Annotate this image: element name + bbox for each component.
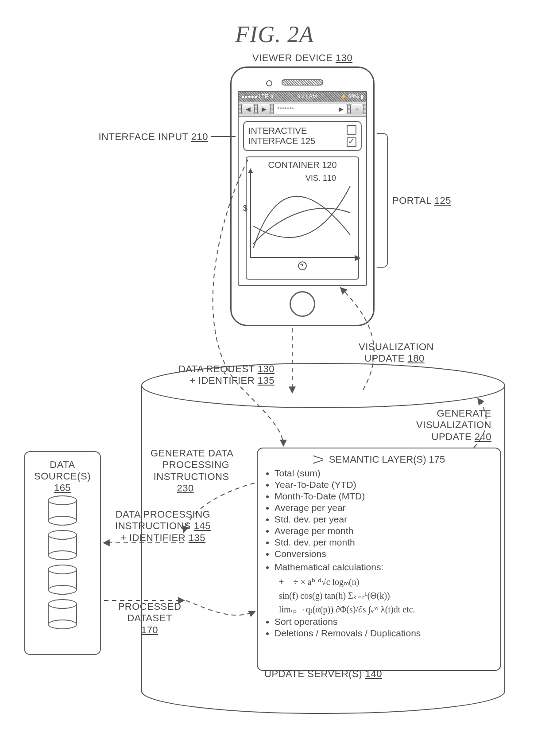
semantic-item: Sort operations (274, 616, 494, 627)
checkbox-checked-icon[interactable] (347, 137, 356, 147)
label-data-request: DATA REQUEST 130 + IDENTIFIER 135 (151, 363, 274, 387)
semantic-item: Average per month (274, 526, 494, 536)
menu-button[interactable]: ≡ (350, 104, 363, 114)
container-box: CONTAINER 120 ▲ ▶ $ VIS. 110 (246, 156, 359, 280)
label-generate-vis-update: GENERATE VISUALIZATION UPDATE 240 (390, 408, 491, 443)
database-icon (48, 500, 77, 521)
semantic-item: Year-To-Date (YTD) (274, 479, 494, 490)
patent-figure-diagram: FIG. 2A VIEWER DEVICE 130 INTERFACE INPU… (0, 0, 549, 756)
math-row: lim₍ₚ→q₎(α(p)) ∂Φ(s)/∂s ∫ᵥʷ λ(t)dt etc. (264, 603, 494, 616)
semantic-item: Deletions / Removals / Duplications (274, 628, 494, 639)
label-portal: PORTAL 125 (392, 195, 451, 207)
status-time: 9:41 AM (298, 94, 317, 100)
database-icon (48, 569, 77, 590)
math-row: + − ÷ × aᵇ ᵈ√c logₘ(n) (264, 575, 494, 589)
math-row: sin(f) cos(g) tan(h) Σₖ₌ᵣᴸ(Θ(k)) (264, 589, 494, 603)
semantic-item: Std. dev. per month (274, 537, 494, 548)
interactive-interface-box: INTERACTIVE INTERFACE 125 (243, 121, 362, 151)
phone-screen: ●●●●● LTE ⥣ 9:41 AM ⚡ 99% ▮ ◀ ▶ *******▶… (238, 91, 367, 286)
database-icon (48, 534, 77, 556)
status-bar: ●●●●● LTE ⥣ 9:41 AM ⚡ 99% ▮ (239, 92, 366, 101)
semantic-item: Conversions (274, 549, 494, 559)
semantic-item: Average per year (274, 503, 494, 513)
viewer-device-phone: ●●●●● LTE ⥣ 9:41 AM ⚡ 99% ▮ ◀ ▶ *******▶… (230, 66, 375, 326)
label-data-proc-instructions: DATA PROCESSING INSTRUCTIONS 145 + IDENT… (105, 509, 220, 544)
y-axis-label: $ (243, 204, 247, 213)
semantic-math-header: Mathematical calculations: (274, 562, 494, 573)
data-sources-box: DATA SOURCE(S) 165 (24, 451, 101, 655)
back-button[interactable]: ◀ (241, 104, 255, 114)
label-processed-dataset: PROCESSED DATASET 170 (105, 601, 194, 636)
semantic-item: Month-To-Date (MTD) (274, 491, 494, 502)
forward-button[interactable]: ▶ (257, 104, 271, 114)
semantic-tail-list: Sort operationsDeletions / Removals / Du… (274, 616, 494, 639)
home-button-icon (290, 291, 315, 317)
semantic-item: Std. dev. per year (274, 514, 494, 525)
label-visualization-update: VISUALIZATION UPDATE 180 (359, 341, 434, 365)
status-carrier: ●●●●● LTE ⥣ (241, 94, 274, 100)
visualization-chart: ▲ ▶ $ VIS. 110 (250, 173, 355, 258)
address-bar[interactable]: *******▶ (273, 104, 348, 114)
shuffle-icon (313, 456, 323, 464)
phone-camera-icon (266, 80, 272, 86)
clock-icon (298, 261, 307, 270)
browser-toolbar: ◀ ▶ *******▶ ≡ (239, 101, 366, 117)
figure-title: FIG. 2A (0, 21, 549, 47)
label-interface-input: INTERFACE INPUT 210 (93, 131, 208, 143)
checkbox-unchecked-icon[interactable] (347, 125, 356, 135)
bracket-icon (377, 133, 388, 268)
semantic-layer-box: SEMANTIC LAYER(S) 175 Total (sum)Year-To… (257, 448, 501, 671)
semantic-item: Total (sum) (274, 468, 494, 479)
status-battery: ⚡ 99% ▮ (340, 94, 363, 100)
label-generate-data-proc: GENERATE DATA PROCESSING INSTRUCTIONS 23… (151, 448, 233, 495)
database-icon (48, 604, 77, 625)
phone-speaker-icon (282, 79, 323, 86)
portal-content: INTERACTIVE INTERFACE 125 CONTAINER 120 (241, 119, 363, 282)
label-viewer-device: VIEWER DEVICE 130 (252, 52, 352, 64)
semantic-item-list: Total (sum)Year-To-Date (YTD)Month-To-Da… (274, 468, 494, 559)
